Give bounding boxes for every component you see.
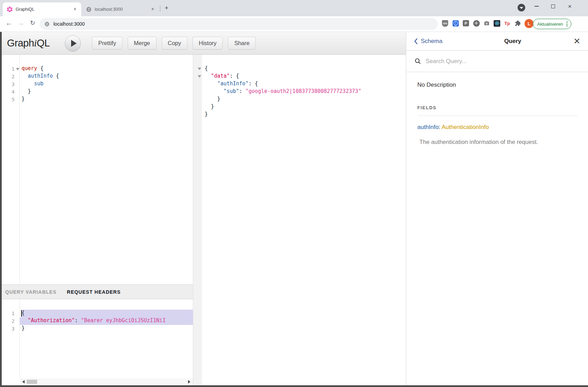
shield-icon: UO xyxy=(442,20,448,27)
back-button[interactable]: ← xyxy=(4,18,14,28)
close-icon: × xyxy=(568,3,572,9)
query-editor-gutter: 12345 xyxy=(2,55,20,284)
query-editor[interactable]: 12345 query { authInfo { sub }} xyxy=(2,55,193,284)
toolbar-buttons: Prettify Merge Copy History Share xyxy=(92,37,256,50)
code-line: query { xyxy=(22,65,193,73)
request-headers-editor[interactable]: 123 { "Authorization": "Bearer eyJhbGciO… xyxy=(2,299,193,378)
tab-search-button[interactable] xyxy=(518,4,525,11)
result-pane: { "data": { "authInfo": { "sub": "google… xyxy=(193,55,406,385)
play-icon xyxy=(71,40,77,47)
result-viewer: { "data": { "authInfo": { "sub": "google… xyxy=(205,55,406,385)
react-devtools-extension-icon[interactable] xyxy=(494,20,500,27)
shield-icon xyxy=(452,20,459,27)
kebab-menu-icon xyxy=(566,21,568,27)
chevron-down-icon xyxy=(520,7,523,9)
p-extension-icon[interactable]: P xyxy=(462,20,469,27)
share-button[interactable]: Share xyxy=(228,37,256,50)
code-line: } xyxy=(22,96,193,103)
scroll-right-arrow-icon[interactable] xyxy=(188,380,190,384)
code-line: sub xyxy=(22,80,193,88)
code-line: } xyxy=(205,111,406,119)
forward-button[interactable]: → xyxy=(16,18,26,28)
horizontal-scrollbar[interactable] xyxy=(20,378,193,385)
chevron-left-icon xyxy=(414,38,418,44)
line-number: 3 xyxy=(3,326,15,332)
colon: : xyxy=(438,124,440,130)
doc-search-row xyxy=(406,51,588,72)
graphiql-logo: GraphiQL xyxy=(7,37,50,49)
code-line: "data": { xyxy=(205,73,406,80)
tab-close-icon[interactable]: × xyxy=(72,7,78,12)
doc-close-button[interactable]: ✕ xyxy=(570,38,580,45)
tab-query-variables[interactable]: QUERY VARIABLES xyxy=(5,289,57,295)
code-line: { xyxy=(22,310,193,317)
tp-extension-icon[interactable]: Tp xyxy=(504,20,511,27)
tab-separator xyxy=(160,6,160,11)
window-close-button[interactable]: × xyxy=(562,0,578,12)
fold-arrow-icon[interactable] xyxy=(198,68,201,70)
scrollbar-thumb[interactable] xyxy=(27,380,37,384)
ublock-extension-icon[interactable]: UO xyxy=(442,20,449,27)
doc-explorer-header: Schema Query ✕ xyxy=(406,32,588,51)
code-line: } xyxy=(205,103,406,111)
doc-title: Query xyxy=(455,38,570,45)
tab-request-headers[interactable]: REQUEST HEADERS xyxy=(67,289,121,295)
browser-tab-strip: GraphiQL × localhost:3000 × + × xyxy=(0,0,588,16)
bitwarden-extension-icon[interactable] xyxy=(452,20,459,27)
line-number: 4 xyxy=(3,89,15,95)
window-maximize-button[interactable] xyxy=(545,0,561,12)
field-type-link[interactable]: AuthenticationInfo xyxy=(442,124,489,130)
execute-query-button[interactable] xyxy=(65,35,81,51)
code-line: "authInfo": { xyxy=(205,80,406,88)
doc-search-input[interactable] xyxy=(426,58,557,65)
window-minimize-button[interactable] xyxy=(529,0,544,12)
fold-arrow-icon[interactable] xyxy=(198,75,201,78)
line-number: 2 xyxy=(3,74,15,79)
line-number: 2 xyxy=(3,318,15,324)
field-description: The authentication information of the re… xyxy=(417,139,578,146)
history-button[interactable]: History xyxy=(193,37,223,50)
merge-button[interactable]: Merge xyxy=(128,37,156,50)
chrome-update-menu-button[interactable]: Aktualisieren xyxy=(533,19,571,29)
code-line: } xyxy=(22,325,193,333)
tab-localhost[interactable]: localhost:3000 × xyxy=(82,2,159,16)
pointer-extension-icon[interactable]: ✛ xyxy=(473,20,480,27)
fields-section-label: FIELDS xyxy=(417,105,578,110)
search-icon xyxy=(415,58,421,64)
reload-button[interactable]: ↻ xyxy=(28,18,37,28)
letter-badge: P xyxy=(463,20,469,26)
variables-title-bar: QUERY VARIABLES REQUEST HEADERS xyxy=(2,284,193,299)
code-line: "Authorization": "Bearer eyJhbGciOiJSUzI… xyxy=(22,317,193,325)
address-bar[interactable]: localhost:3000 xyxy=(40,18,438,30)
extensions-puzzle-icon[interactable] xyxy=(514,20,521,27)
code-line: } xyxy=(205,96,406,103)
new-tab-button[interactable]: + xyxy=(162,4,171,12)
window-frame-bottom xyxy=(0,385,588,387)
headers-editor-code[interactable]: { "Authorization": "Bearer eyJhbGciOiJSU… xyxy=(22,299,193,378)
query-editor-code[interactable]: query { authInfo { sub }} xyxy=(22,55,193,284)
code-line: authInfo { xyxy=(22,73,193,80)
letter-badge: Tp xyxy=(504,21,510,26)
fold-arrow-icon[interactable] xyxy=(16,68,19,70)
scroll-left-arrow-icon[interactable] xyxy=(22,380,25,384)
profile-avatar[interactable]: L xyxy=(525,19,534,28)
line-number: 1 xyxy=(3,311,15,316)
puzzle-icon xyxy=(514,20,521,27)
doc-back-link[interactable]: Schema xyxy=(414,38,455,45)
line-number: 5 xyxy=(3,97,15,102)
window-frame-left xyxy=(0,32,2,387)
query-pane: 12345 query { authInfo { sub }} QUERY VA… xyxy=(2,55,193,385)
camera-icon xyxy=(483,20,490,27)
prettify-button[interactable]: Prettify xyxy=(92,37,122,50)
field-row: authInfo: AuthenticationInfo xyxy=(417,124,578,131)
minimize-icon xyxy=(535,6,539,7)
field-name-link[interactable]: authInfo xyxy=(417,124,438,130)
doc-body: No Description FIELDS authInfo: Authenti… xyxy=(406,72,588,146)
tab-graphiql[interactable]: GraphiQL × xyxy=(3,2,81,16)
tab-close-icon[interactable]: × xyxy=(150,7,155,12)
globe-icon xyxy=(86,7,92,12)
copy-button[interactable]: Copy xyxy=(162,37,188,50)
graphql-logo-icon xyxy=(7,7,12,12)
text-cursor xyxy=(21,310,22,317)
camera-extension-icon[interactable] xyxy=(483,20,490,27)
